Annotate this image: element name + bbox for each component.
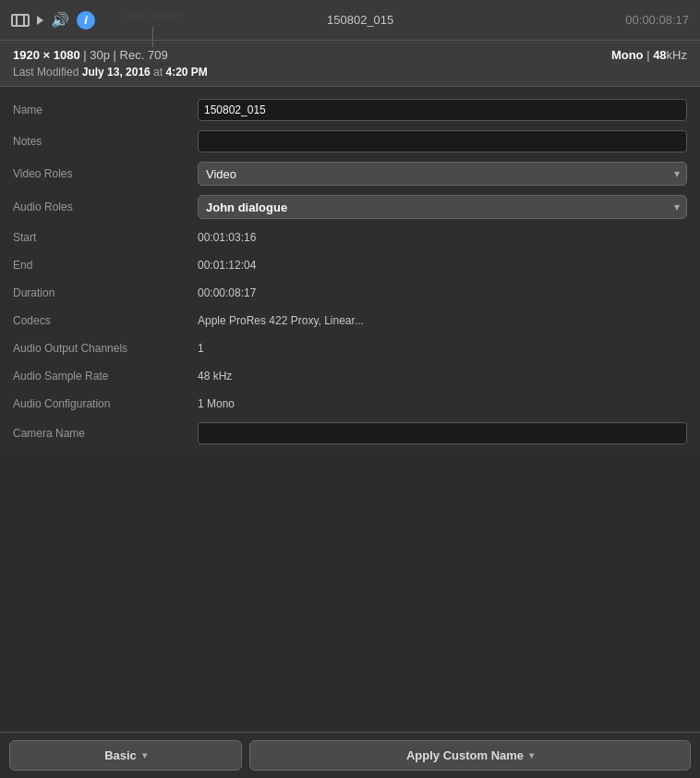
end-value: 00:01:12:04 xyxy=(198,259,687,272)
start-label: Start xyxy=(13,231,198,244)
audio-info: Mono | 48kHz xyxy=(611,48,687,62)
basic-button[interactable]: Basic ▾ xyxy=(9,740,242,771)
modified-time: 4:20 PM xyxy=(165,66,207,79)
annotation-text: Info button xyxy=(125,9,181,23)
audio-roles-select-wrapper: John dialogue Dialogue Music Effects xyxy=(198,195,687,219)
audio-output-value: 1 xyxy=(198,342,687,355)
audio-roles-row: Audio Roles John dialogue Dialogue Music… xyxy=(0,190,700,224)
name-input[interactable] xyxy=(198,99,687,121)
annotation-line xyxy=(152,27,153,47)
sep1: | xyxy=(80,48,91,62)
end-row: End 00:01:12:04 xyxy=(0,251,700,279)
modified-prefix: Last Modified xyxy=(13,66,82,79)
toolbar: 🔊 i 150802_015 00:00:08:17 xyxy=(0,0,700,41)
audio-output-label: Audio Output Channels xyxy=(13,342,198,355)
info-icon[interactable]: i xyxy=(77,11,95,30)
start-row: Start 00:01:03:16 xyxy=(0,224,700,251)
video-roles-label: Video Roles xyxy=(13,167,198,180)
info-panel-row2: Last Modified July 13, 2016 at 4:20 PM xyxy=(13,66,687,79)
audio-config-value: 1 Mono xyxy=(198,397,687,410)
info-panel-row1: 1920 × 1080 | 30p | Rec. 709 Mono | 48kH… xyxy=(13,48,687,62)
video-roles-row: Video Roles Video Titles Effects Graphic… xyxy=(0,157,700,190)
audio-config-label: Audio Configuration xyxy=(13,397,198,410)
start-value: 00:01:03:16 xyxy=(198,231,687,244)
toolbar-time: 00:00:08:17 xyxy=(625,13,689,27)
video-roles-select-wrapper: Video Titles Effects Graphics xyxy=(198,162,687,186)
apply-custom-name-button[interactable]: Apply Custom Name ▾ xyxy=(249,740,691,771)
framerate: 30p xyxy=(90,48,110,62)
audio-sample-value: 48 kHz xyxy=(198,370,687,383)
sample-rate: 48 xyxy=(653,48,666,62)
toolbar-icons: 🔊 i xyxy=(11,11,95,30)
audio-output-row: Audio Output Channels 1 xyxy=(0,334,700,362)
modified-date: July 13, 2016 xyxy=(82,66,151,79)
audio-sample-label: Audio Sample Rate xyxy=(13,370,198,383)
name-row: Name xyxy=(0,94,700,126)
resolution: 1920 × 1080 xyxy=(13,48,80,62)
codecs-label: Codecs xyxy=(13,314,198,327)
info-panel: 1920 × 1080 | 30p | Rec. 709 Mono | 48kH… xyxy=(0,41,700,87)
camera-name-input[interactable] xyxy=(198,422,687,444)
audio-sample-row: Audio Sample Rate 48 kHz xyxy=(0,362,700,390)
colorspace: Rec. 709 xyxy=(120,48,168,62)
basic-chevron-icon: ▾ xyxy=(142,750,147,760)
audio-sep: | xyxy=(644,48,654,62)
duration-label: Duration xyxy=(13,286,198,299)
apply-label: Apply Custom Name xyxy=(406,748,524,762)
notes-input[interactable] xyxy=(198,130,687,152)
audio-config-row: Audio Configuration 1 Mono xyxy=(0,390,700,418)
sep2: | xyxy=(110,48,120,62)
duration-row: Duration 00:00:08:17 xyxy=(0,279,700,307)
form-area: Name Notes Video Roles Video Titles Effe… xyxy=(0,87,700,456)
audio-roles-select[interactable]: John dialogue Dialogue Music Effects xyxy=(198,195,687,219)
duration-value: 00:00:08:17 xyxy=(198,286,687,299)
video-roles-select[interactable]: Video Titles Effects Graphics xyxy=(198,162,687,186)
audio-label: Mono xyxy=(611,48,644,62)
notes-label: Notes xyxy=(13,135,198,148)
end-label: End xyxy=(13,259,198,272)
camera-name-label: Camera Name xyxy=(13,427,198,440)
film-icon[interactable] xyxy=(11,14,30,27)
notes-row: Notes xyxy=(0,126,700,157)
codecs-value: Apple ProRes 422 Proxy, Linear... xyxy=(198,314,687,327)
sample-unit: kHz xyxy=(667,48,687,62)
filter-icon[interactable] xyxy=(37,16,43,25)
annotation: Info button xyxy=(125,9,181,47)
speaker-icon[interactable]: 🔊 xyxy=(51,11,69,29)
name-label: Name xyxy=(13,103,198,116)
audio-roles-label: Audio Roles xyxy=(13,201,198,213)
bottom-toolbar: Basic ▾ Apply Custom Name ▾ xyxy=(0,732,700,778)
basic-label: Basic xyxy=(104,748,137,762)
modified-mid: at xyxy=(151,66,166,79)
codecs-row: Codecs Apple ProRes 422 Proxy, Linear... xyxy=(0,307,700,334)
apply-chevron-icon: ▾ xyxy=(529,750,534,760)
camera-name-row: Camera Name xyxy=(0,418,700,449)
